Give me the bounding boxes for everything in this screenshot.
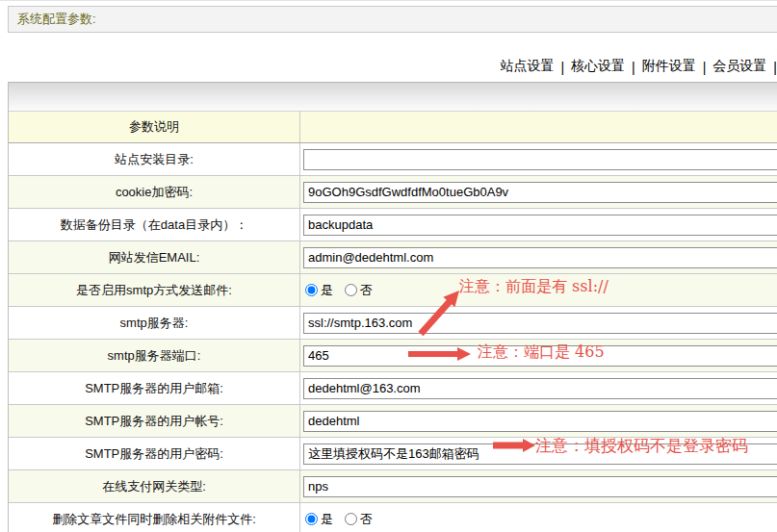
config-input-1[interactable]: [303, 182, 777, 203]
row-label: SMTP服务器的用户邮箱:: [9, 372, 300, 404]
row-label: 删除文章文件同时删除相关附件文件:: [9, 503, 300, 532]
radio-input[interactable]: [345, 513, 357, 525]
config-panel: 参数说明 站点安装目录:cookie加密码:数据备份目录（在data目录内）：网…: [8, 82, 777, 532]
table-row: SMTP服务器的用户邮箱:: [9, 372, 777, 405]
row-label: SMTP服务器的用户帐号:: [9, 405, 300, 437]
tab-separator: |: [560, 60, 564, 75]
config-input-2[interactable]: [303, 215, 777, 236]
column-header-value: [300, 112, 777, 142]
tab-separator: |: [703, 60, 707, 75]
page-title: 系统配置参数:: [9, 7, 96, 32]
config-input-5[interactable]: [303, 313, 777, 334]
radio-input[interactable]: [345, 284, 357, 296]
row-label: cookie加密码:: [9, 176, 300, 208]
row-label: smtp服务器端口:: [9, 340, 300, 371]
row-label: 是否启用smtp方式发送邮件:: [9, 274, 300, 306]
radio-option[interactable]: 是: [303, 511, 333, 528]
row-value-cell: [300, 470, 777, 502]
row-label: 在线支付网关类型:: [9, 470, 300, 502]
tab-item-2[interactable]: 附件设置: [642, 58, 696, 75]
row-value-cell: [300, 405, 777, 437]
table-row: 数据备份目录（在data目录内）：: [9, 209, 777, 241]
config-input-0[interactable]: [303, 149, 777, 170]
annotation-note-port: 注意：端口是 465: [478, 342, 605, 363]
radio-label: 是: [321, 282, 333, 299]
radio-input[interactable]: [305, 284, 318, 296]
row-value-cell: [300, 307, 777, 339]
page-header: 系统配置参数:: [8, 6, 777, 33]
table-row: smtp服务器端口:: [9, 340, 777, 372]
radio-label: 否: [360, 282, 373, 299]
radio-input[interactable]: [305, 513, 318, 525]
annotation-note-password: 注意：填授权码不是登录密码: [535, 435, 748, 457]
table-row: 是否启用smtp方式发送邮件:是否: [9, 274, 777, 307]
row-value-cell: [300, 209, 777, 241]
table-row: 删除文章文件同时删除相关附件文件:是否: [9, 503, 777, 532]
table-row: 站点安装目录:: [9, 143, 777, 176]
row-label: 网站发信EMAIL:: [9, 241, 300, 273]
page: 系统配置参数: 站点设置|核心设置|附件设置|会员设置| 参数说明 站点安装目录…: [0, 0, 777, 532]
row-label: SMTP服务器的用户密码:: [9, 438, 300, 469]
row-label: smtp服务器:: [9, 307, 300, 339]
row-value-cell: [300, 241, 777, 273]
annotation-note-ssl: 注意：前面是有 ssl://: [459, 277, 609, 297]
column-header-label: 参数说明: [9, 112, 300, 142]
radio-option[interactable]: 否: [343, 511, 373, 528]
settings-tabs: 站点设置|核心设置|附件设置|会员设置|: [8, 33, 777, 85]
radio-option[interactable]: 否: [343, 282, 373, 299]
row-value-cell: [300, 143, 777, 175]
table-header-row: 参数说明: [9, 112, 777, 143]
config-input-7[interactable]: [303, 378, 777, 399]
config-input-3[interactable]: [303, 247, 777, 268]
tab-item-1[interactable]: 核心设置: [571, 58, 625, 75]
config-table: 参数说明 站点安装目录:cookie加密码:数据备份目录（在data目录内）：网…: [9, 112, 777, 532]
tab-item-0[interactable]: 站点设置: [500, 58, 554, 75]
row-value-cell: [300, 372, 777, 404]
tab-separator: |: [773, 60, 777, 75]
table-row: cookie加密码:: [9, 176, 777, 209]
table-row: smtp服务器:: [9, 307, 777, 340]
config-input-8[interactable]: [303, 411, 777, 432]
radio-label: 是: [321, 511, 333, 528]
row-value-cell: [300, 176, 777, 208]
row-label: 站点安装目录:: [9, 143, 300, 175]
row-value-cell: 是否: [300, 503, 777, 532]
config-input-10[interactable]: [303, 476, 777, 497]
radio-label: 否: [360, 511, 373, 528]
toolbar-band: [9, 83, 777, 112]
table-row: SMTP服务器的用户帐号:: [9, 405, 777, 438]
row-label: 数据备份目录（在data目录内）：: [9, 209, 300, 241]
radio-option[interactable]: 是: [303, 282, 333, 299]
tab-item-3[interactable]: 会员设置: [712, 58, 766, 75]
table-row: 在线支付网关类型:: [9, 470, 777, 503]
tab-separator: |: [632, 60, 635, 75]
table-row: 网站发信EMAIL:: [9, 241, 777, 274]
